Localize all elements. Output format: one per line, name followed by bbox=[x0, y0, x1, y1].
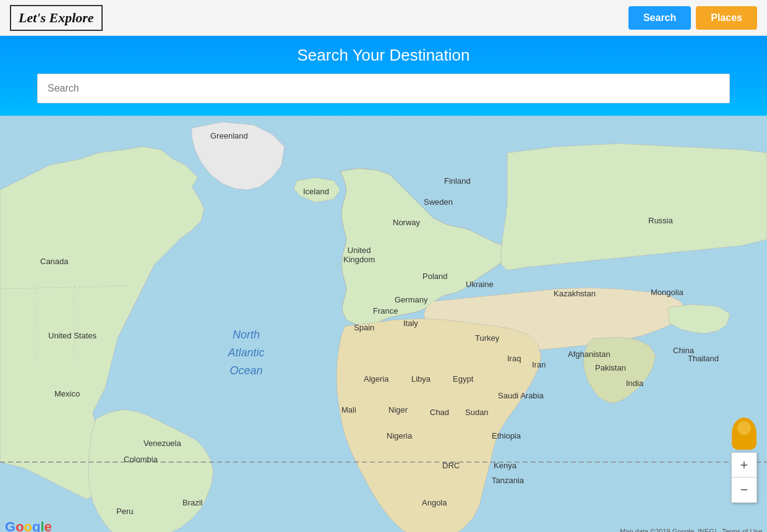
pegman-icon[interactable] bbox=[732, 418, 756, 450]
search-heading: Search Your Destination bbox=[37, 46, 730, 65]
zoom-out-button[interactable]: − bbox=[732, 478, 756, 502]
pegman-head bbox=[737, 421, 751, 435]
map-footer: Map data ©2019 Google, INEGI Terms of Us… bbox=[620, 528, 762, 532]
places-button[interactable]: Places bbox=[696, 6, 757, 30]
zoom-in-button[interactable]: + bbox=[732, 453, 756, 478]
map-controls: + − bbox=[731, 418, 757, 503]
zoom-controls: + − bbox=[731, 452, 757, 503]
search-area: Search Your Destination bbox=[0, 36, 767, 116]
terms-of-use-link[interactable]: Terms of Use bbox=[722, 528, 762, 532]
world-map-svg bbox=[0, 116, 767, 532]
header: Let's Explore Search Places bbox=[0, 0, 767, 36]
map-copyright: Map data ©2019 Google, INEGI bbox=[620, 528, 716, 532]
search-button[interactable]: Search bbox=[628, 6, 691, 30]
map-container: Greenland Iceland Finland Sweden Norway … bbox=[0, 116, 767, 532]
search-input[interactable] bbox=[37, 74, 730, 103]
header-buttons: Search Places bbox=[628, 6, 757, 30]
app-logo: Let's Explore bbox=[10, 5, 103, 31]
